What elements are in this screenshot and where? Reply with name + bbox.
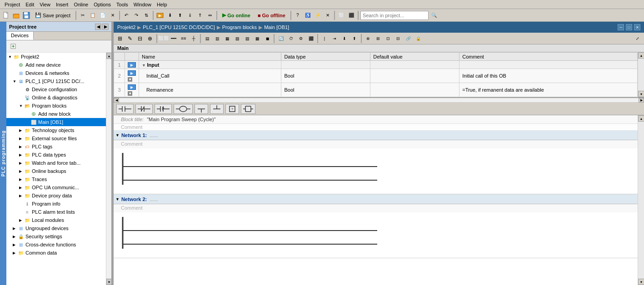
tree-item-plc1[interactable]: ▼ 🖥 PLC_1 [CPU 1215C DC/... bbox=[6, 77, 106, 85]
menu-tools[interactable]: Tools bbox=[114, 0, 131, 9]
ladder-scrollbar[interactable]: ▲ ▼ bbox=[638, 115, 644, 285]
undo-btn[interactable]: ↶ bbox=[122, 11, 131, 20]
ladder-contact-no[interactable] bbox=[116, 104, 134, 114]
tree-item-cross-device[interactable]: ▶ ⊞ Cross-device functions bbox=[6, 241, 106, 249]
var-scroll-up[interactable]: ▲ bbox=[638, 52, 644, 59]
redo-btn[interactable]: ↷ bbox=[132, 11, 141, 20]
block-tool-3[interactable]: ⊟ bbox=[135, 34, 145, 43]
block-tool-28[interactable]: 🔗 bbox=[404, 34, 413, 43]
tree-item-online-diag[interactable]: 📡 Online & diagnostics bbox=[6, 93, 106, 102]
block-tool-6[interactable]: ━━ bbox=[169, 34, 178, 43]
tree-item-online-backups[interactable]: ▶ 📁 Online backups bbox=[6, 167, 106, 175]
menu-insert[interactable]: Insert bbox=[53, 0, 71, 9]
cut-btn[interactable]: ✂ bbox=[78, 11, 87, 20]
accessible-btn[interactable]: ♿ bbox=[303, 11, 312, 20]
menu-project[interactable]: Project bbox=[2, 0, 23, 9]
var-hscroll-left[interactable]: ◀ bbox=[114, 98, 119, 103]
block-tool-24[interactable]: ⊕ bbox=[364, 34, 373, 43]
redo2-btn[interactable]: ⇅ bbox=[142, 11, 151, 20]
menu-window[interactable]: Window bbox=[131, 0, 154, 9]
go-online-btn[interactable]: ▶ Go online bbox=[219, 10, 254, 20]
ladder-open-branch[interactable] bbox=[195, 104, 208, 114]
compare-btn[interactable]: ⇔ bbox=[205, 11, 215, 20]
block-tool-16[interactable]: 🔄 bbox=[276, 34, 285, 43]
search-btn[interactable]: 🔍 bbox=[429, 11, 439, 20]
tree-item-add-block[interactable]: ⊕ Add new block bbox=[6, 110, 106, 118]
block-tool-19[interactable]: ⬛ bbox=[306, 34, 315, 43]
ladder-empty-box[interactable]: ? bbox=[225, 104, 239, 114]
tree-item-opc-ua[interactable]: ▶ 📁 OPC UA communic... bbox=[6, 183, 106, 192]
block-tool-12[interactable]: ▧ bbox=[233, 34, 242, 43]
network-1-collapse[interactable]: ▼ bbox=[115, 133, 120, 138]
menu-help[interactable]: Help bbox=[154, 0, 170, 9]
scroll-down-arrow[interactable]: ▼ bbox=[106, 279, 111, 285]
block-tool-18[interactable]: ⚙ bbox=[296, 34, 305, 43]
tree-item-main-ob1[interactable]: ⬜ Main [OB1] bbox=[6, 118, 106, 126]
block-tool-25[interactable]: ⊞ bbox=[374, 34, 383, 43]
breadcrumb-close-btn[interactable]: ✕ bbox=[634, 24, 640, 30]
var-scroll-down[interactable]: ▼ bbox=[638, 91, 644, 97]
tree-item-program-info[interactable]: ℹ Program info bbox=[6, 200, 106, 208]
tree-item-device-config[interactable]: ⚙ Device configuration bbox=[6, 85, 106, 93]
tree-item-tech-objects[interactable]: ▶ 📁 Technology objects bbox=[6, 126, 106, 134]
tree-close-btn[interactable]: ▶ bbox=[102, 24, 109, 30]
split-v-btn[interactable]: ⬛ bbox=[347, 11, 356, 20]
menu-options[interactable]: Options bbox=[91, 0, 114, 9]
tree-item-plc-tags[interactable]: ▶ 🏷 PLC tags bbox=[6, 142, 106, 151]
block-tool-17[interactable]: ⏱ bbox=[286, 34, 295, 43]
breadcrumb-minimize-btn[interactable]: ─ bbox=[618, 24, 624, 30]
ladder-scroll-up[interactable]: ▲ bbox=[638, 115, 644, 122]
upload-btn[interactable]: ⬆ bbox=[175, 11, 185, 20]
tree-item-local-modules[interactable]: ▶ 📁 Local modules bbox=[6, 216, 106, 224]
scroll-up-arrow[interactable]: ▲ bbox=[106, 53, 111, 59]
menu-edit[interactable]: Edit bbox=[23, 0, 37, 9]
tree-item-common-data[interactable]: ▶ 📁 Common data bbox=[6, 249, 106, 257]
split-h-btn[interactable]: ⬜ bbox=[337, 11, 346, 20]
ladder-coil[interactable] bbox=[174, 104, 193, 114]
tree-new-btn[interactable] bbox=[8, 41, 18, 51]
block-tool-expand[interactable]: ⤢ bbox=[633, 34, 642, 43]
tree-item-projekt2[interactable]: ▼ 📁 Projekt2 bbox=[6, 53, 106, 61]
block-tool-13[interactable]: ▨ bbox=[243, 34, 252, 43]
ladder-contact-pos[interactable]: P bbox=[155, 104, 172, 114]
block-tool-27[interactable]: ⊟ bbox=[394, 34, 403, 43]
tab-devices[interactable]: Devices bbox=[6, 32, 34, 40]
menu-view[interactable]: View bbox=[37, 0, 53, 9]
var-table-scrollbar[interactable]: ▲ ▼ bbox=[638, 52, 644, 97]
block-tool-9[interactable]: ▤ bbox=[203, 34, 212, 43]
paste-btn[interactable]: 📄 bbox=[98, 11, 107, 20]
block-tool-11[interactable]: ▦ bbox=[223, 34, 232, 43]
download2-btn[interactable]: ⇓ bbox=[185, 11, 195, 20]
tree-item-alarm-lists[interactable]: ≡ PLC alarm text lists bbox=[6, 208, 106, 216]
ladder-scroll-down[interactable]: ▼ bbox=[638, 279, 644, 285]
breadcrumb-maximize-btn[interactable]: □ bbox=[626, 24, 632, 30]
tree-item-program-blocks[interactable]: ▼ 📂 Program blocks bbox=[6, 102, 106, 110]
tree-expand-btn[interactable]: ◀ bbox=[95, 24, 101, 30]
tree-item-security[interactable]: ▶ 🔒 Security settings bbox=[6, 232, 106, 241]
block-tool-22[interactable]: ⬇ bbox=[340, 34, 349, 43]
ladder-contact-nc[interactable] bbox=[135, 104, 153, 114]
go-offline-btn[interactable]: ■ Go offline bbox=[255, 10, 289, 20]
compile-btn[interactable]: ▶ bbox=[155, 11, 165, 20]
tree-item-watch-force[interactable]: ▶ 📁 Watch and force tab... bbox=[6, 159, 106, 167]
tree-item-plc-data-types[interactable]: ▶ 📁 PLC data types bbox=[6, 151, 106, 159]
tree-item-traces[interactable]: ▶ 📁 Traces bbox=[6, 175, 106, 183]
block-tool-4[interactable]: ⊕ bbox=[145, 34, 155, 43]
block-tool-2[interactable]: ✎ bbox=[125, 34, 135, 43]
block-tool-7[interactable]: ≡≡ bbox=[179, 34, 188, 43]
tree-item-ungrouped[interactable]: ▶ ⊞ Ungrouped devices bbox=[6, 224, 106, 232]
expand-icon-1[interactable]: ▼ bbox=[142, 63, 147, 68]
block-tool-10[interactable]: ▥ bbox=[213, 34, 222, 43]
open-btn[interactable] bbox=[12, 11, 21, 20]
network-2-collapse[interactable]: ▼ bbox=[115, 197, 120, 201]
search-input[interactable] bbox=[360, 11, 429, 20]
block-tool-29[interactable]: 🔒 bbox=[414, 34, 423, 43]
block-tool-23[interactable]: ⬆ bbox=[350, 34, 359, 43]
block-tool-5[interactable]: ⬜⬜ bbox=[159, 34, 168, 43]
delete-btn[interactable]: ✕ bbox=[108, 11, 117, 20]
tree-item-ext-sources[interactable]: ▶ 📁 External source files bbox=[6, 134, 106, 142]
download-btn[interactable]: ⬇ bbox=[165, 11, 175, 20]
stop-btn[interactable]: ✕ bbox=[323, 11, 332, 20]
new-project-btn[interactable] bbox=[2, 11, 11, 20]
help-btn[interactable]: ? bbox=[293, 11, 302, 20]
